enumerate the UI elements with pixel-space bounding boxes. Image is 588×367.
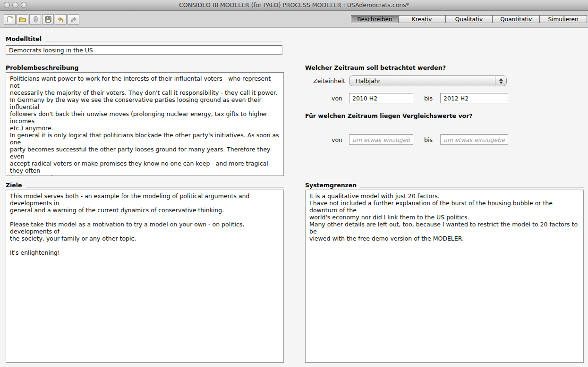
redo-button[interactable]: [68, 14, 79, 25]
save-floppy-icon: [44, 16, 52, 23]
open-folder-icon: [19, 16, 26, 23]
beschreiben-panel: Modelltitel Problembeschreibung Politici…: [0, 28, 588, 367]
system-boundaries-section-label: Systemgrenzen: [305, 182, 584, 189]
new-document-icon: [6, 16, 14, 23]
system-boundaries-textarea[interactable]: It is a qualitative model with just 20 f…: [305, 190, 584, 363]
problem-description-textarea[interactable]: Politicians want power to work for the i…: [6, 72, 284, 176]
model-title-input[interactable]: [6, 45, 282, 55]
notepad-icon: [32, 16, 39, 23]
open-model-button[interactable]: [17, 14, 28, 25]
comparison-to-input[interactable]: [440, 134, 508, 145]
goals-label: Ziele: [6, 182, 22, 189]
comparison-to-label: bis: [416, 137, 433, 143]
time-from-input[interactable]: [349, 93, 413, 103]
view-tabs: Beschreiben Kreativ Qualitativ Quantitat…: [351, 15, 587, 23]
comparison-period-heading: Für welchen Zeitraum liegen Vergleichswe…: [305, 113, 473, 119]
new-model-button[interactable]: [4, 14, 16, 25]
toolbar: Beschreiben Kreativ Qualitativ Quantitat…: [0, 11, 588, 28]
tab-beschreiben[interactable]: Beschreiben: [351, 16, 398, 23]
window-title: CONSIDEO BI MODELER (for PALO) PROCESS M…: [0, 0, 588, 10]
chevron-up-icon: [499, 78, 503, 81]
section-rule: [45, 41, 282, 42]
time-from-label: von: [305, 95, 342, 102]
section-rule: [360, 187, 584, 188]
chevron-down-icon: [499, 82, 503, 84]
problem-description-label: Problembeschreibung: [6, 65, 78, 71]
tab-qualitativ[interactable]: Qualitativ: [445, 16, 493, 23]
goals-textarea[interactable]: This model serves both - an example for …: [6, 190, 284, 363]
time-period-heading: Welcher Zeitraum soll betrachtet werden?: [305, 65, 446, 71]
time-to-label: bis: [416, 95, 433, 102]
tab-simulieren[interactable]: Simulieren: [539, 16, 587, 23]
toolbar-buttons: [4, 14, 79, 25]
save-button[interactable]: [42, 14, 54, 25]
time-unit-select[interactable]: Halbjahr: [349, 75, 507, 86]
model-title-section-label: Modelltitel: [6, 36, 282, 42]
section-rule: [82, 70, 284, 70]
undo-button[interactable]: [55, 14, 67, 25]
time-to-input[interactable]: [440, 93, 508, 103]
comparison-from-input[interactable]: [349, 134, 413, 145]
app-window: CONSIDEO BI MODELER (for PALO) PROCESS M…: [0, 0, 588, 367]
undo-arrow-icon: [57, 16, 65, 23]
time-unit-label: Zeiteinheit: [305, 78, 345, 84]
redo-arrow-icon: [70, 16, 77, 23]
problem-section-label: Problembeschreibung: [6, 65, 284, 71]
system-boundaries-label: Systemgrenzen: [305, 182, 357, 189]
goals-section-label: Ziele: [6, 182, 284, 189]
section-rule: [26, 187, 284, 188]
tab-quantitativ[interactable]: Quantitativ: [492, 16, 539, 23]
titlebar: CONSIDEO BI MODELER (for PALO) PROCESS M…: [0, 0, 588, 11]
copy-button[interactable]: [29, 14, 41, 25]
time-unit-value: Halbjahr: [349, 76, 495, 86]
comparison-from-label: von: [305, 137, 342, 143]
stepper-arrows-icon[interactable]: [495, 76, 506, 86]
model-title-label: Modelltitel: [6, 36, 42, 42]
tab-kreativ[interactable]: Kreativ: [398, 16, 445, 23]
